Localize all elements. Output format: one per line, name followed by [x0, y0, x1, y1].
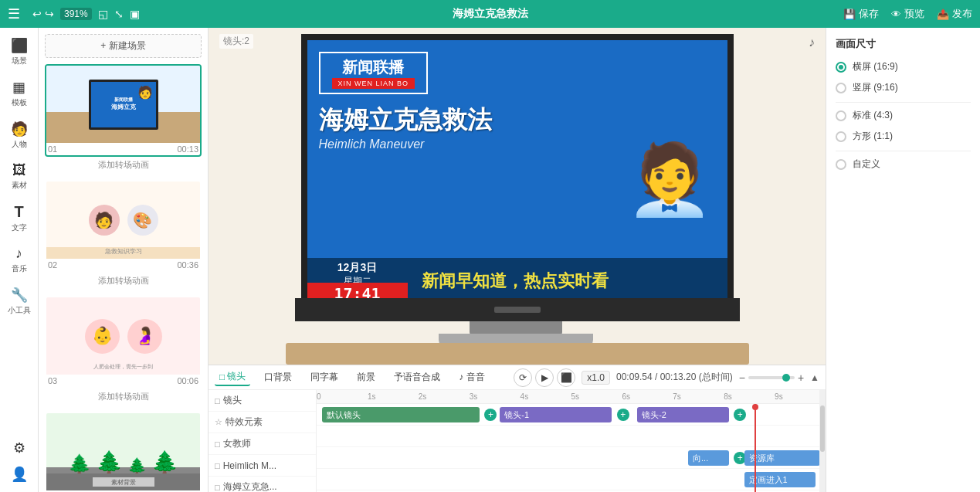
scene-thumbnail-2[interactable]: 🧑 🎨 急救知识学习 02 00:36	[45, 180, 202, 273]
news-anchor: 🧑‍💼	[619, 44, 720, 214]
shot-track: 默认镜头 + 镜头-1 + 镜头-2 +	[317, 404, 826, 426]
expand-icon[interactable]: ⤡	[114, 8, 124, 20]
music-toggle[interactable]: ♪	[809, 36, 815, 49]
timeline-area: □ 镜头 口背景 同字幕 前景 予语音合成 ♪ 音音	[209, 365, 826, 492]
tl-shot-tab[interactable]: □ 镜头	[215, 368, 250, 386]
scene-list: 新闻联播海姆立克 🧑 01 00:13 添加转场动画 🧑	[39, 64, 208, 492]
fullscreen-icon[interactable]: ◱	[98, 8, 108, 20]
track-rows: 默认镜头 + 镜头-1 + 镜头-2 + 向... +	[317, 404, 826, 492]
date-line1: 12月3日	[307, 258, 408, 275]
sidebar-item-music[interactable]: ♪ 音乐	[2, 241, 37, 279]
scene-thumbnail-1[interactable]: 新闻联播海姆立克 🧑 01 00:13	[45, 64, 202, 157]
add-animation-3[interactable]: 添加转场动画	[45, 389, 202, 409]
aspect-option-custom[interactable]: 自定义	[836, 158, 971, 171]
scene-thumbnail-4[interactable]: 🌲 🌲 🌲 🌲 素材背景 04 00:06	[45, 412, 202, 492]
news-title-zh: 新闻联播	[332, 57, 415, 78]
anchor-figure: 🧑‍💼	[626, 144, 713, 214]
tl-sound-tab[interactable]: ♪ 音音	[454, 369, 489, 385]
playhead[interactable]	[754, 404, 756, 492]
menu-icon[interactable]: ☰	[8, 5, 20, 22]
scene-thumbnail-3[interactable]: 👶 🤰 人肥会处理，需先一步到 03 00:06	[45, 296, 202, 389]
aspect-option-square[interactable]: 方形 (1:1)	[836, 130, 971, 143]
play-button[interactable]: ▶	[535, 368, 554, 387]
clip-shot-1[interactable]: 镜头-1	[500, 407, 612, 422]
preview-button[interactable]: 👁 预览	[891, 7, 924, 21]
scrollbar-thumb[interactable]	[820, 405, 825, 452]
clip-teacher-1[interactable]: 向...	[688, 450, 729, 466]
track-labels: □ 镜头 ☆ 特效元素 □ 女教师 □ Heimlich M...	[209, 390, 317, 492]
add-clip-btn-1[interactable]: +	[484, 409, 497, 421]
save-button[interactable]: 💾 保存	[843, 7, 879, 21]
teacher-track: 向... + 资源库	[317, 447, 826, 469]
radio-widescreen[interactable]	[836, 62, 846, 73]
shot-icon: □	[219, 372, 225, 382]
radio-custom[interactable]	[836, 159, 846, 170]
add-animation-2[interactable]: 添加转场动画	[45, 273, 202, 293]
radio-square[interactable]	[836, 131, 846, 142]
tl-subtitle-tab[interactable]: 同字幕	[306, 369, 343, 385]
undo-button[interactable]: ↩	[32, 8, 42, 20]
redo-button[interactable]: ↪	[45, 8, 54, 20]
tl-bg-tab[interactable]: 口背景	[259, 369, 297, 385]
save-icon: 💾	[843, 8, 856, 20]
sidebar-item-text[interactable]: T 文字	[2, 198, 37, 238]
text-icon: T	[14, 203, 23, 221]
timeline-collapse-button[interactable]: ▲	[810, 372, 819, 383]
news-title-en: XIN WEN LIAN BO	[332, 78, 415, 89]
publish-button[interactable]: 📤 发布	[937, 7, 972, 21]
tv-desk	[286, 343, 749, 365]
zoom-level[interactable]: 391%	[60, 8, 92, 20]
scene-id-1: 01	[48, 144, 57, 154]
sidebar-item-template[interactable]: ▦ 模板	[2, 74, 37, 113]
timeline-controls: ⟳ ▶ ⬛ x1.0 00:09.54 / 00:13.20 (总时间) − +…	[514, 368, 819, 387]
ruler-mark-1s: 1s	[368, 392, 376, 401]
preview-icon: 👁	[891, 8, 901, 20]
clip-default-shot[interactable]: 默认镜头	[322, 407, 480, 422]
sidebar-item-material[interactable]: 🖼 素材	[2, 158, 37, 195]
aspect-option-portrait[interactable]: 竖屏 (9:16)	[836, 81, 971, 94]
rewind-button[interactable]: ⟳	[514, 368, 532, 387]
add-scene-button[interactable]: + 新建场景	[45, 34, 202, 58]
tl-foreground-tab[interactable]: 前景	[352, 369, 380, 385]
stop-button[interactable]: ⬛	[557, 368, 575, 387]
ticker-text: 新闻早知道，热点实时看	[408, 258, 727, 304]
tv-bezel	[295, 298, 740, 321]
playhead-handle[interactable]	[752, 404, 758, 410]
sidebar-item-settings[interactable]: ⚙	[2, 435, 37, 461]
track-label-teacher: □ 女教师	[209, 433, 316, 455]
add-animation-1[interactable]: 添加转场动画	[45, 157, 202, 177]
sidebar-item-tools[interactable]: 🔧 小工具	[2, 282, 37, 321]
zoom-slider-thumb[interactable]	[782, 374, 790, 382]
zoom-in-button[interactable]: +	[798, 372, 804, 384]
scene-meta-1: 01 00:13	[46, 143, 200, 155]
canvas-wrapper: 镜头:2 新闻联播 XIN WEN LIAN BO 海姆立克急救法	[209, 28, 826, 365]
sidebar-item-account[interactable]: 👤	[2, 461, 37, 487]
add-clip-btn-3[interactable]: +	[734, 409, 746, 421]
add-clip-btn-2[interactable]: +	[617, 409, 629, 421]
template-icon: ▦	[12, 79, 25, 96]
tv-display: 新闻联播 XIN WEN LIAN BO 海姆立克急救法 Heimlich Ma…	[286, 34, 749, 358]
layout-icon[interactable]: ▣	[130, 8, 140, 20]
scene-id-3: 03	[48, 376, 57, 385]
account-icon: 👤	[11, 466, 28, 483]
heimlich-track: 定画进入1 +	[317, 469, 826, 490]
clip-shot-2[interactable]: 镜头-2	[637, 407, 729, 422]
sidebar-item-scene[interactable]: ⬛ 场景	[2, 32, 37, 71]
ruler-mark-7s: 7s	[673, 392, 681, 401]
ruler-mark-3s: 3s	[470, 392, 478, 401]
scene-thumb-image-3: 👶 🤰 人肥会处理，需先一步到	[46, 297, 200, 375]
list-item: 🌲 🌲 🌲 🌲 素材背景 04 00:06	[45, 412, 202, 492]
topbar-left: ☰ ↩ ↪ 391% ◱ ⤡ ▣	[8, 5, 140, 22]
sidebar-item-character[interactable]: 🧑 人物	[2, 116, 37, 154]
radio-portrait[interactable]	[836, 83, 846, 93]
aspect-option-standard[interactable]: 标准 (4:3)	[836, 109, 971, 122]
horizontal-scrollbar[interactable]	[819, 390, 826, 492]
speed-selector[interactable]: x1.0	[582, 371, 610, 385]
zoom-out-button[interactable]: −	[739, 372, 745, 384]
scene-meta-2: 02 00:36	[46, 259, 200, 271]
main-layout: ⬛ 场景 ▦ 模板 🧑 人物 🖼 素材 T 文字 ♪ 音乐 🔧 小工具	[0, 28, 980, 492]
music-icon: ♪	[15, 246, 22, 262]
tl-voice-tab[interactable]: 予语音合成	[389, 369, 445, 385]
aspect-option-widescreen[interactable]: 横屏 (16:9)	[836, 60, 971, 73]
radio-standard[interactable]	[836, 110, 846, 121]
